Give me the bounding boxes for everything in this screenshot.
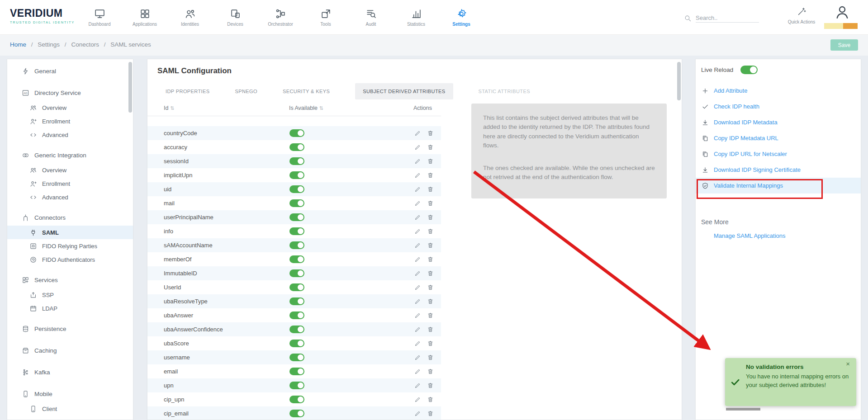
main-scrollbar[interactable] bbox=[677, 60, 681, 419]
availability-toggle[interactable] bbox=[289, 157, 304, 165]
sidebar-item[interactable]: Enrollment bbox=[7, 114, 133, 128]
edit-icon[interactable] bbox=[414, 410, 421, 417]
column-header-is-available[interactable]: Is Available ⇅ bbox=[289, 105, 323, 111]
edit-icon[interactable] bbox=[414, 396, 421, 403]
sidebar-item[interactable]: Enrollment bbox=[7, 177, 133, 190]
delete-icon[interactable] bbox=[427, 200, 434, 207]
delete-icon[interactable] bbox=[427, 368, 434, 375]
availability-toggle[interactable] bbox=[289, 213, 304, 221]
tab[interactable]: SPNEGO bbox=[235, 89, 257, 94]
sidebar-item[interactable]: Overview bbox=[7, 101, 133, 114]
panel-action[interactable]: Check IDP health bbox=[696, 99, 861, 114]
availability-toggle[interactable] bbox=[289, 143, 304, 151]
nav-item[interactable]: Audit bbox=[348, 3, 394, 31]
scrollbar-thumb[interactable] bbox=[128, 62, 132, 113]
sidebar-item[interactable]: Kafka bbox=[7, 364, 133, 380]
edit-icon[interactable] bbox=[414, 172, 421, 179]
availability-toggle[interactable] bbox=[289, 396, 304, 403]
nav-item[interactable]: Devices bbox=[213, 3, 258, 31]
delete-icon[interactable] bbox=[427, 284, 434, 291]
availability-toggle[interactable] bbox=[289, 269, 304, 277]
delete-icon[interactable] bbox=[427, 396, 434, 403]
delete-icon[interactable] bbox=[427, 242, 434, 249]
quick-actions-button[interactable]: Quick Actions bbox=[785, 7, 818, 24]
edit-icon[interactable] bbox=[414, 270, 421, 277]
availability-toggle[interactable] bbox=[289, 410, 304, 417]
sidebar-scrollbar[interactable] bbox=[128, 60, 132, 419]
availability-toggle[interactable] bbox=[289, 241, 304, 249]
sidebar-item[interactable]: Mobile bbox=[7, 386, 133, 402]
delete-icon[interactable] bbox=[427, 270, 434, 277]
delete-icon[interactable] bbox=[427, 144, 434, 151]
column-header-id[interactable]: Id ⇅ bbox=[164, 105, 174, 111]
edit-icon[interactable] bbox=[414, 340, 421, 347]
nav-item[interactable]: Orchestrator bbox=[258, 3, 303, 31]
sidebar-item[interactable]: Connectors bbox=[7, 209, 133, 226]
sidebar-item[interactable]: Server bbox=[7, 415, 133, 420]
user-avatar[interactable] bbox=[834, 4, 850, 20]
nav-item[interactable]: Tools bbox=[303, 3, 348, 31]
tab[interactable]: STATIC ATTRIBUTES bbox=[479, 89, 530, 94]
delete-icon[interactable] bbox=[427, 354, 434, 361]
delete-icon[interactable] bbox=[427, 186, 434, 193]
availability-toggle[interactable] bbox=[289, 354, 304, 361]
edit-icon[interactable] bbox=[414, 242, 421, 249]
edit-icon[interactable] bbox=[414, 382, 421, 389]
availability-toggle[interactable] bbox=[289, 227, 304, 235]
delete-icon[interactable] bbox=[427, 256, 434, 263]
sidebar-item[interactable]: FIDO Authenticators bbox=[7, 253, 133, 266]
veridium-logo[interactable]: VERIDIUM TRUSTED DIGITAL IDENTITY bbox=[10, 7, 75, 24]
manage-saml-applications-link[interactable]: Manage SAML Applications bbox=[714, 232, 786, 239]
sidebar-item[interactable]: SAML bbox=[7, 226, 133, 239]
sidebar-item[interactable]: FIDO Relying Parties bbox=[7, 239, 133, 253]
sidebar-item[interactable]: Overview bbox=[7, 163, 133, 177]
sidebar-item[interactable]: Caching bbox=[7, 342, 133, 359]
availability-toggle[interactable] bbox=[289, 185, 304, 193]
delete-icon[interactable] bbox=[427, 340, 434, 347]
availability-toggle[interactable] bbox=[289, 129, 304, 137]
delete-icon[interactable] bbox=[427, 158, 434, 165]
sidebar-item[interactable]: AD Directory Service bbox=[7, 85, 133, 101]
availability-toggle[interactable] bbox=[289, 255, 304, 263]
delete-icon[interactable] bbox=[427, 130, 434, 137]
tab[interactable]: SUBJECT DERIVED ATTRIBUTES bbox=[355, 83, 453, 99]
edit-icon[interactable] bbox=[414, 130, 421, 137]
edit-icon[interactable] bbox=[414, 326, 421, 333]
nav-item[interactable]: Identities bbox=[167, 3, 213, 31]
edit-icon[interactable] bbox=[414, 214, 421, 221]
availability-toggle[interactable] bbox=[289, 368, 304, 375]
delete-icon[interactable] bbox=[427, 228, 434, 235]
toast-close-button[interactable]: × bbox=[843, 359, 853, 368]
edit-icon[interactable] bbox=[414, 368, 421, 375]
edit-icon[interactable] bbox=[414, 158, 421, 165]
breadcrumb-item[interactable]: Settings bbox=[38, 41, 60, 48]
delete-icon[interactable] bbox=[427, 410, 434, 417]
edit-icon[interactable] bbox=[414, 256, 421, 263]
panel-action[interactable]: Download IDP Signing Certificate bbox=[696, 162, 861, 178]
edit-icon[interactable] bbox=[414, 186, 421, 193]
edit-icon[interactable] bbox=[414, 312, 421, 319]
availability-toggle[interactable] bbox=[289, 340, 304, 347]
tab[interactable]: SECURITY & KEYS bbox=[283, 89, 330, 94]
edit-icon[interactable] bbox=[414, 284, 421, 291]
edit-icon[interactable] bbox=[414, 354, 421, 361]
panel-action[interactable]: Add Attribute bbox=[696, 83, 861, 99]
sidebar-item[interactable]: Advanced bbox=[7, 190, 133, 204]
nav-item[interactable]: Statistics bbox=[394, 3, 439, 31]
live-reload-toggle[interactable] bbox=[740, 66, 758, 74]
scrollbar-thumb[interactable] bbox=[677, 62, 681, 100]
delete-icon[interactable] bbox=[427, 214, 434, 221]
breadcrumb-item[interactable]: Home bbox=[10, 41, 26, 48]
availability-toggle[interactable] bbox=[289, 171, 304, 179]
edit-icon[interactable] bbox=[414, 298, 421, 305]
panel-action[interactable]: Validate Internal Mappings bbox=[696, 178, 861, 193]
sidebar-item[interactable]: Client bbox=[7, 402, 133, 415]
delete-icon[interactable] bbox=[427, 312, 434, 319]
availability-toggle[interactable] bbox=[289, 283, 304, 291]
search-input[interactable] bbox=[696, 14, 759, 23]
sidebar-item[interactable]: SSP bbox=[7, 288, 133, 302]
delete-icon[interactable] bbox=[427, 298, 434, 305]
sidebar-item[interactable]: Services bbox=[7, 272, 133, 288]
tab[interactable]: IDP PROPERTIES bbox=[166, 89, 210, 94]
edit-icon[interactable] bbox=[414, 144, 421, 151]
